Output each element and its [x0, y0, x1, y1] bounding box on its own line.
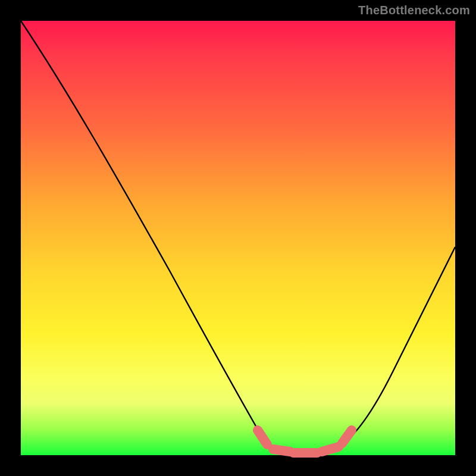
svg-line-4	[342, 430, 352, 443]
svg-line-0	[258, 430, 267, 444]
chart-svg	[21, 21, 455, 455]
chart-frame	[21, 21, 455, 455]
svg-line-3	[322, 447, 339, 452]
watermark-text: TheBottleneck.com	[358, 4, 470, 17]
svg-line-1	[273, 449, 290, 452]
optimal-marker	[258, 430, 352, 453]
bottleneck-curve-line	[21, 21, 455, 453]
